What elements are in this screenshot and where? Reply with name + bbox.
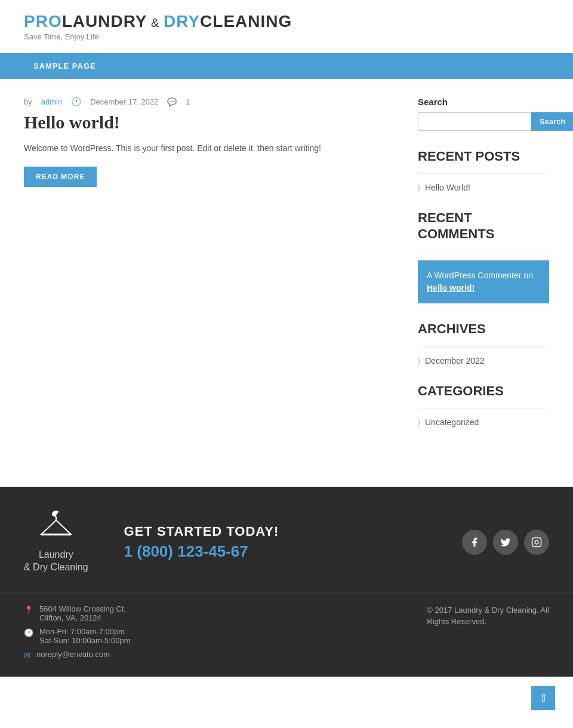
footer-address: 5604 Willow Crossing Ct, Clifton, VA, 20…	[39, 604, 126, 622]
main-container: by admin 🕐 December 17, 2022 💬 1 Hello w…	[0, 79, 573, 463]
site-logo: PROLAUNDRY & DRYCLEANING Save Time, Enjo…	[24, 12, 549, 41]
logo-text: PROLAUNDRY & DRYCLEANING	[24, 12, 292, 31]
post-author: admin	[41, 97, 62, 106]
footer-copyright: © 2017 Laundry & Dry Cleaning. All Right…	[427, 604, 549, 665]
footer-phone: 1 (800) 123-45-67	[124, 542, 426, 561]
logo-pro: PRO	[24, 12, 62, 30]
search-input[interactable]	[418, 112, 531, 131]
clock-footer-icon: 🕐	[24, 628, 33, 637]
search-section-title: Search	[418, 97, 549, 107]
recent-comments-title: RECENT COMMENTS	[418, 210, 549, 242]
recent-post-label-0: Hello World!	[425, 183, 470, 192]
footer-hours: Mon-Fri: 7:00am-7:00pm Sat-Sun: 10:00am-…	[39, 627, 130, 645]
footer-cta-title: GET STARTED TODAY!	[124, 524, 426, 539]
content-area: by admin 🕐 December 17, 2022 💬 1 Hello w…	[24, 97, 394, 445]
logo-laundry: LAUNDRY	[62, 12, 147, 30]
logo-cleaning: CLEANING	[200, 12, 292, 30]
chevron-icon-3: 〉	[418, 418, 420, 426]
post-date: December 17, 2022	[90, 97, 158, 106]
footer-logo-line1: Laundry	[39, 549, 73, 560]
recent-posts-title: RECENT POSTS	[418, 149, 549, 164]
footer-email: noreply@envato.com	[36, 650, 110, 659]
post-meta: by admin 🕐 December 17, 2022 💬 1	[24, 97, 394, 106]
post-excerpt: Welcome to WordPress. This is your first…	[24, 142, 394, 155]
site-footer: Laundry & Dry Cleaning GET STARTED TODAY…	[0, 487, 573, 677]
logo-tagline: Save Time, Enjoy Life	[24, 32, 99, 41]
footer-bottom: 📍 5604 Willow Crossing Ct, Clifton, VA, …	[0, 592, 573, 677]
comment-card-0: A WordPress Commenter on Hello world!	[418, 260, 549, 303]
categories-title: CATEGORIES	[418, 383, 549, 399]
sidebar-recent-comments: RECENT COMMENTS A WordPress Commenter on…	[418, 210, 549, 303]
footer-address-item: 📍 5604 Willow Crossing Ct, Clifton, VA, …	[24, 604, 130, 622]
sidebar-recent-posts: RECENT POSTS 〉 Hello World!	[418, 149, 549, 192]
location-icon: 📍	[24, 606, 33, 615]
archives-title: ARCHIVES	[418, 321, 549, 337]
post-by-label: by	[24, 97, 32, 106]
site-nav: SAMPLE PAGE	[0, 53, 573, 79]
sidebar-search-section: Search Search	[418, 97, 549, 131]
divider-3	[418, 346, 549, 347]
chevron-icon-2: 〉	[418, 357, 420, 365]
read-more-button[interactable]: READ MORE	[24, 167, 97, 187]
post-comment-count: 1	[186, 97, 190, 106]
archive-link-0[interactable]: 〉 December 2022	[418, 356, 549, 365]
footer-cta: GET STARTED TODAY! 1 (800) 123-45-67	[124, 524, 426, 561]
recent-post-link-0[interactable]: 〉 Hello World!	[418, 183, 549, 192]
logo-amp: &	[147, 16, 164, 29]
footer-hours-item: 🕐 Mon-Fri: 7:00am-7:00pm Sat-Sun: 10:00a…	[24, 627, 130, 645]
divider-4	[418, 408, 549, 408]
footer-logo: Laundry & Dry Cleaning	[24, 511, 88, 574]
svg-rect-1	[532, 537, 541, 546]
category-label-0: Uncategorized	[425, 417, 479, 427]
footer-email-item: ✉ noreply@envato.com	[24, 650, 130, 660]
footer-logo-text: Laundry & Dry Cleaning	[24, 549, 88, 574]
search-button[interactable]: Search	[531, 112, 573, 131]
footer-contact: 📍 5604 Willow Crossing Ct, Clifton, VA, …	[24, 604, 130, 665]
sidebar-categories: CATEGORIES 〉 Uncategorized	[418, 383, 549, 427]
sidebar: Search Search RECENT POSTS 〉 Hello World…	[418, 97, 549, 445]
clock-icon: 🕐	[71, 97, 81, 106]
logo-dry: DRY	[164, 12, 200, 30]
nav-sample-page[interactable]: SAMPLE PAGE	[24, 53, 106, 79]
search-form: Search	[418, 112, 549, 131]
hanger-icon	[38, 511, 74, 546]
footer-social	[462, 530, 549, 555]
twitter-button[interactable]	[493, 530, 518, 555]
commenter-name: A WordPress Commenter	[427, 271, 521, 280]
sidebar-archives: ARCHIVES 〉 December 2022	[418, 321, 549, 365]
comment-icon: 💬	[167, 97, 177, 106]
post-article: by admin 🕐 December 17, 2022 💬 1 Hello w…	[24, 97, 394, 187]
comment-post-link[interactable]: Hello world!	[427, 283, 475, 293]
footer-top: Laundry & Dry Cleaning GET STARTED TODAY…	[0, 487, 573, 592]
facebook-button[interactable]	[462, 530, 487, 555]
archive-label-0: December 2022	[425, 356, 485, 365]
divider-2	[418, 251, 549, 251]
category-link-0[interactable]: 〉 Uncategorized	[418, 417, 549, 427]
comment-on: on	[523, 271, 533, 280]
instagram-button[interactable]	[524, 530, 549, 555]
footer-logo-line2: & Dry Cleaning	[24, 562, 88, 572]
post-title: Hello world!	[24, 112, 394, 133]
divider	[418, 173, 549, 174]
email-icon: ✉	[24, 651, 30, 660]
chevron-icon: 〉	[418, 183, 420, 192]
site-header: PROLAUNDRY & DRYCLEANING Save Time, Enjo…	[0, 0, 573, 53]
